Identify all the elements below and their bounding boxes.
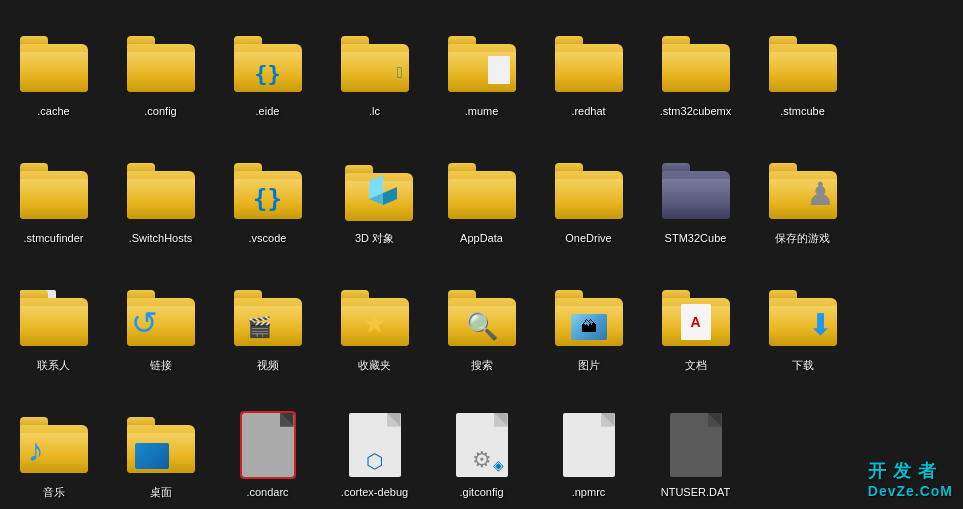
icon-eide: {} bbox=[232, 28, 304, 100]
file-item-stmcufinder[interactable]: .stmcufinder bbox=[0, 132, 107, 259]
watermark-line2: DevZe.CoM bbox=[868, 483, 953, 499]
icon-mume bbox=[446, 28, 518, 100]
file-item-downloads[interactable]: ⬇下载 bbox=[749, 259, 856, 386]
file-item-documents[interactable]: A文档 bbox=[642, 259, 749, 386]
label-lc: .lc bbox=[369, 104, 380, 118]
file-item-gitconfig[interactable]: ⚙◈.gitconfig bbox=[428, 386, 535, 509]
icon-pictures: 🏔 bbox=[553, 282, 625, 354]
icon-ntuserdat bbox=[660, 409, 732, 481]
watermark-line1: 开 发 者 bbox=[868, 459, 953, 483]
label-eide: .eide bbox=[256, 104, 280, 118]
icon-stmcufinder bbox=[18, 155, 90, 227]
file-item-cache[interactable]: .cache bbox=[0, 5, 107, 132]
label-mume: .mume bbox=[465, 104, 499, 118]
label-search: 搜索 bbox=[471, 358, 493, 372]
icon-cortexdebug: ⬡ bbox=[339, 409, 411, 481]
label-onedrive: OneDrive bbox=[565, 231, 611, 245]
label-cache: .cache bbox=[37, 104, 69, 118]
label-cortexdebug: .cortex-debug bbox=[341, 485, 408, 499]
file-item-eide[interactable]: {}.eide bbox=[214, 5, 321, 132]
label-stm32cubemx: .stm32cubemx bbox=[660, 104, 732, 118]
file-item-onedrive[interactable]: OneDrive bbox=[535, 132, 642, 259]
label-switchhosts: .SwitchHosts bbox=[129, 231, 193, 245]
label-config: .config bbox=[144, 104, 176, 118]
label-music: 音乐 bbox=[43, 485, 65, 499]
icon-documents: A bbox=[660, 282, 732, 354]
icon-3d bbox=[339, 155, 411, 227]
label-documents: 文档 bbox=[685, 358, 707, 372]
label-stmcufinder: .stmcufinder bbox=[24, 231, 84, 245]
icon-gitconfig: ⚙◈ bbox=[446, 409, 518, 481]
icon-contacts: 👤 bbox=[18, 282, 90, 354]
file-item-search[interactable]: 🔍搜索 bbox=[428, 259, 535, 386]
label-video: 视频 bbox=[257, 358, 279, 372]
label-vscode: .vscode bbox=[249, 231, 287, 245]
icon-links: ↺ bbox=[125, 282, 197, 354]
icon-onedrive bbox=[553, 155, 625, 227]
file-item-stm32cube[interactable]: STM32Cube bbox=[642, 132, 749, 259]
icon-vscode: {} bbox=[232, 155, 304, 227]
icon-condarc bbox=[232, 409, 304, 481]
icon-favorites: ★ bbox=[339, 282, 411, 354]
icon-savegame: ♟ bbox=[767, 155, 839, 227]
label-desktop: 桌面 bbox=[150, 485, 172, 499]
icon-appdata bbox=[446, 155, 518, 227]
file-item-pictures[interactable]: 🏔图片 bbox=[535, 259, 642, 386]
icon-video: 🎬 bbox=[232, 282, 304, 354]
label-gitconfig: .gitconfig bbox=[459, 485, 503, 499]
svg-marker-2 bbox=[383, 187, 397, 205]
watermark: 开 发 者 DevZe.CoM bbox=[868, 459, 953, 499]
file-item-switchhosts[interactable]: .SwitchHosts bbox=[107, 132, 214, 259]
file-item-video[interactable]: 🎬视频 bbox=[214, 259, 321, 386]
icon-switchhosts bbox=[125, 155, 197, 227]
file-item-mume[interactable]: .mume bbox=[428, 5, 535, 132]
file-item-stmcube[interactable]: .stmcube bbox=[749, 5, 856, 132]
file-item-stm32cubemx[interactable]: .stm32cubemx bbox=[642, 5, 749, 132]
label-ntuserdat: NTUSER.DAT bbox=[661, 485, 730, 499]
file-item-appdata[interactable]: AppData bbox=[428, 132, 535, 259]
label-stm32cube: STM32Cube bbox=[665, 231, 727, 245]
icon-npmrc bbox=[553, 409, 625, 481]
label-contacts: 联系人 bbox=[37, 358, 70, 372]
file-item-links[interactable]: ↺链接 bbox=[107, 259, 214, 386]
file-item-vscode[interactable]: {}.vscode bbox=[214, 132, 321, 259]
icon-redhat bbox=[553, 28, 625, 100]
label-3d: 3D 对象 bbox=[355, 231, 394, 245]
icon-stmcube bbox=[767, 28, 839, 100]
file-item-lc[interactable]: .lc bbox=[321, 5, 428, 132]
label-links: 链接 bbox=[150, 358, 172, 372]
file-item-music[interactable]: ♪音乐 bbox=[0, 386, 107, 509]
label-redhat: .redhat bbox=[571, 104, 605, 118]
icon-cache bbox=[18, 28, 90, 100]
label-downloads: 下载 bbox=[792, 358, 814, 372]
icon-lc:  bbox=[339, 28, 411, 100]
label-appdata: AppData bbox=[460, 231, 503, 245]
icon-music: ♪ bbox=[18, 409, 90, 481]
file-item-3d[interactable]: 3D 对象 bbox=[321, 132, 428, 259]
icon-search: 🔍 bbox=[446, 282, 518, 354]
file-item-contacts[interactable]: 👤联系人 bbox=[0, 259, 107, 386]
icon-stm32cubemx bbox=[660, 28, 732, 100]
label-savegame: 保存的游戏 bbox=[775, 231, 830, 245]
file-item-savegame[interactable]: ♟保存的游戏 bbox=[749, 132, 856, 259]
label-npmrc: .npmrc bbox=[572, 485, 606, 499]
file-item-cortexdebug[interactable]: ⬡.cortex-debug bbox=[321, 386, 428, 509]
file-grid: .cache.config{}.eide.lc.mume.redhat.stm… bbox=[0, 0, 963, 509]
file-item-favorites[interactable]: ★收藏夹 bbox=[321, 259, 428, 386]
label-favorites: 收藏夹 bbox=[358, 358, 391, 372]
file-item-npmrc[interactable]: .npmrc bbox=[535, 386, 642, 509]
file-item-config[interactable]: .config bbox=[107, 5, 214, 132]
icon-desktop bbox=[125, 409, 197, 481]
file-item-condarc[interactable]: .condarc bbox=[214, 386, 321, 509]
icon-config bbox=[125, 28, 197, 100]
label-pictures: 图片 bbox=[578, 358, 600, 372]
label-condarc: .condarc bbox=[246, 485, 288, 499]
file-item-redhat[interactable]: .redhat bbox=[535, 5, 642, 132]
icon-stm32cube bbox=[660, 155, 732, 227]
label-stmcube: .stmcube bbox=[780, 104, 825, 118]
icon-downloads: ⬇ bbox=[767, 282, 839, 354]
file-item-desktop[interactable]: 桌面 bbox=[107, 386, 214, 509]
file-item-ntuserdat[interactable]: NTUSER.DAT bbox=[642, 386, 749, 509]
